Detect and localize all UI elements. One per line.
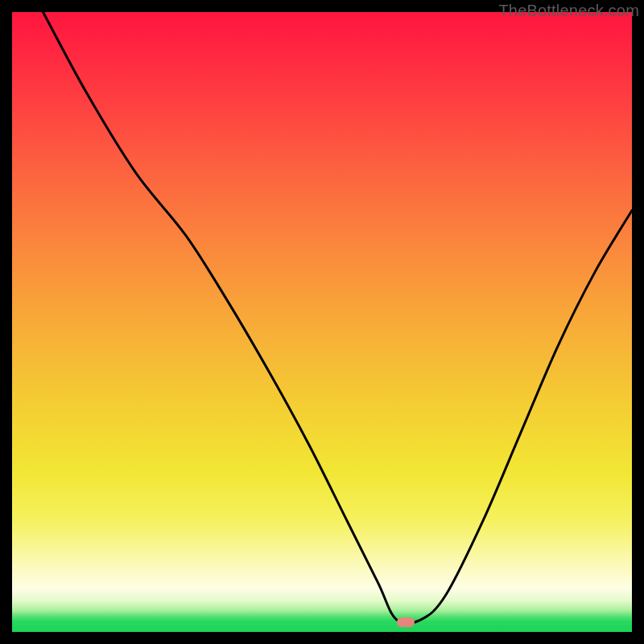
plot-area bbox=[12, 12, 632, 632]
watermark-text: TheBottleneck.com bbox=[498, 2, 639, 20]
optimal-marker bbox=[397, 617, 415, 627]
chart-frame: TheBottleneck.com bbox=[0, 0, 644, 644]
curve-path bbox=[43, 12, 633, 623]
bottleneck-curve bbox=[12, 12, 632, 632]
